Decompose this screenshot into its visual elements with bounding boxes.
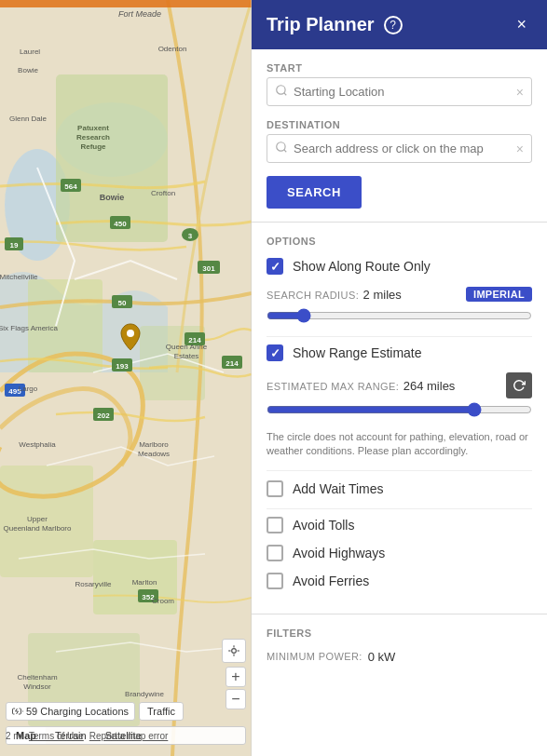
show-range-estimate-row: ✓ Show Range Estimate xyxy=(267,344,532,361)
search-radius-slider[interactable] xyxy=(267,308,532,323)
panel-title: Trip Planner xyxy=(267,14,375,35)
refresh-range-button[interactable] xyxy=(506,372,532,398)
svg-text:Meadows: Meadows xyxy=(138,450,170,458)
svg-text:Odenton: Odenton xyxy=(158,45,187,53)
destination-input[interactable] xyxy=(294,142,511,155)
svg-text:193: 193 xyxy=(116,362,129,371)
svg-text:Crofton: Crofton xyxy=(151,189,175,197)
dest-search-icon xyxy=(275,141,288,156)
start-search-icon xyxy=(275,84,288,100)
show-along-route-row: ✓ Show Along Route Only xyxy=(267,258,532,275)
help-icon[interactable]: ? xyxy=(384,16,403,34)
svg-text:Westphalia: Westphalia xyxy=(19,440,56,449)
svg-text:Mitchellville: Mitchellville xyxy=(0,273,38,281)
svg-text:Queenland Marlboro: Queenland Marlboro xyxy=(4,524,72,533)
svg-text:50: 50 xyxy=(118,299,127,307)
show-along-route-label[interactable]: Show Along Route Only xyxy=(293,259,431,274)
imperial-badge[interactable]: IMPERIAL xyxy=(466,287,532,302)
avoid-tolls-checkbox[interactable] xyxy=(267,517,283,533)
start-label: START xyxy=(267,62,532,74)
svg-rect-59 xyxy=(0,0,252,7)
zoom-in-button[interactable]: + xyxy=(226,667,246,687)
svg-text:Cheltenham: Cheltenham xyxy=(17,673,57,682)
search-radius-value: 2 miles xyxy=(363,288,402,302)
avoid-ferries-row: Avoid Ferries xyxy=(267,573,532,589)
my-location-button[interactable] xyxy=(222,639,246,663)
traffic-button[interactable]: Traffic xyxy=(139,702,184,721)
min-power-value: 0 kW xyxy=(368,650,396,664)
terms-link[interactable]: Terms of Use xyxy=(29,731,84,741)
svg-text:Largo: Largo xyxy=(19,385,38,393)
destination-field[interactable]: × xyxy=(267,134,532,163)
add-wait-times-row: Add Wait Times xyxy=(267,480,532,497)
ev-count: 59 xyxy=(26,706,37,717)
options-label: OPTIONS xyxy=(267,236,532,247)
trip-planner-panel: Trip Planner ? × START × DESTINATION xyxy=(252,0,547,756)
svg-text:564: 564 xyxy=(64,182,77,191)
start-input[interactable] xyxy=(294,85,511,99)
svg-point-68 xyxy=(277,86,285,94)
svg-text:301: 301 xyxy=(202,264,215,273)
svg-text:Upper: Upper xyxy=(27,515,48,523)
svg-line-69 xyxy=(284,93,287,96)
avoid-ferries-checkbox[interactable] xyxy=(267,573,283,589)
avoid-highways-checkbox[interactable] xyxy=(267,545,283,561)
svg-text:Estates: Estates xyxy=(174,352,199,360)
avoid-highways-label[interactable]: Avoid Highways xyxy=(293,546,385,560)
svg-text:Patuxent: Patuxent xyxy=(77,124,109,132)
range-note: The circle does not account for pathing,… xyxy=(267,430,532,459)
svg-text:3: 3 xyxy=(188,232,193,240)
max-range-value: 264 miles xyxy=(403,379,456,393)
svg-text:Croom: Croom xyxy=(152,597,174,605)
ev-label: Charging Locations xyxy=(40,706,129,717)
svg-text:Bowie: Bowie xyxy=(18,66,38,74)
show-along-route-checkbox[interactable]: ✓ xyxy=(267,258,283,275)
svg-text:Refuge: Refuge xyxy=(80,142,106,151)
svg-text:Glenn Dale: Glenn Dale xyxy=(9,115,48,123)
map-area[interactable]: 495 564 450 3 50 301 214 214 193 xyxy=(0,0,252,756)
avoid-tolls-row: Avoid Tolls xyxy=(267,517,532,533)
add-wait-times-label[interactable]: Add Wait Times xyxy=(293,481,384,496)
svg-text:Marlboro: Marlboro xyxy=(139,440,169,449)
svg-text:Queen Anne: Queen Anne xyxy=(166,343,208,351)
svg-text:202: 202 xyxy=(97,412,110,420)
svg-text:450: 450 xyxy=(114,220,127,228)
destination-label: DESTINATION xyxy=(267,119,532,130)
add-wait-times-checkbox[interactable] xyxy=(267,480,283,497)
header-left: Trip Planner ? xyxy=(267,14,403,35)
svg-point-70 xyxy=(277,142,285,151)
svg-line-71 xyxy=(284,150,287,153)
svg-text:Marlton: Marlton xyxy=(132,578,157,587)
svg-text:Fort Meade: Fort Meade xyxy=(118,9,161,19)
search-button[interactable]: SEARCH xyxy=(267,176,362,209)
svg-text:Windsor: Windsor xyxy=(23,682,51,691)
svg-point-60 xyxy=(127,330,134,337)
search-radius-header: SEARCH RADIUS: 2 miles IMPERIAL xyxy=(267,286,532,303)
svg-text:Research: Research xyxy=(76,133,110,142)
search-radius-label: SEARCH RADIUS: xyxy=(267,290,359,301)
map-scale: 2 mi xyxy=(6,731,23,741)
start-field[interactable]: × xyxy=(267,77,532,106)
show-range-estimate-checkbox[interactable]: ✓ xyxy=(267,344,283,361)
check-mark-range: ✓ xyxy=(270,346,280,360)
max-range-row: ESTIMATED MAX RANGE: 264 miles xyxy=(267,372,532,421)
show-range-estimate-label[interactable]: Show Range Estimate xyxy=(293,345,422,360)
avoid-highways-row: Avoid Highways xyxy=(267,545,532,561)
search-radius-row: SEARCH RADIUS: 2 miles IMPERIAL xyxy=(267,286,532,327)
filters-label: FILTERS xyxy=(267,628,532,639)
svg-text:214: 214 xyxy=(226,359,239,368)
svg-text:Rosaryville: Rosaryville xyxy=(75,580,112,588)
close-button[interactable]: × xyxy=(511,13,532,36)
svg-text:Six Flags America: Six Flags America xyxy=(0,324,59,332)
start-clear-icon[interactable]: × xyxy=(516,85,524,100)
dest-clear-icon[interactable]: × xyxy=(516,142,524,156)
ev-badge[interactable]: 59 Charging Locations xyxy=(6,702,135,721)
report-link[interactable]: Report a map error xyxy=(89,731,168,741)
svg-text:Brandywine: Brandywine xyxy=(125,690,164,698)
svg-text:Laurel: Laurel xyxy=(20,47,40,56)
options-section: OPTIONS ✓ Show Along Route Only SEARCH R… xyxy=(252,223,547,614)
avoid-tolls-label[interactable]: Avoid Tolls xyxy=(293,518,354,533)
max-range-slider[interactable] xyxy=(267,402,532,417)
avoid-ferries-label[interactable]: Avoid Ferries xyxy=(293,574,369,588)
svg-point-62 xyxy=(232,649,237,654)
